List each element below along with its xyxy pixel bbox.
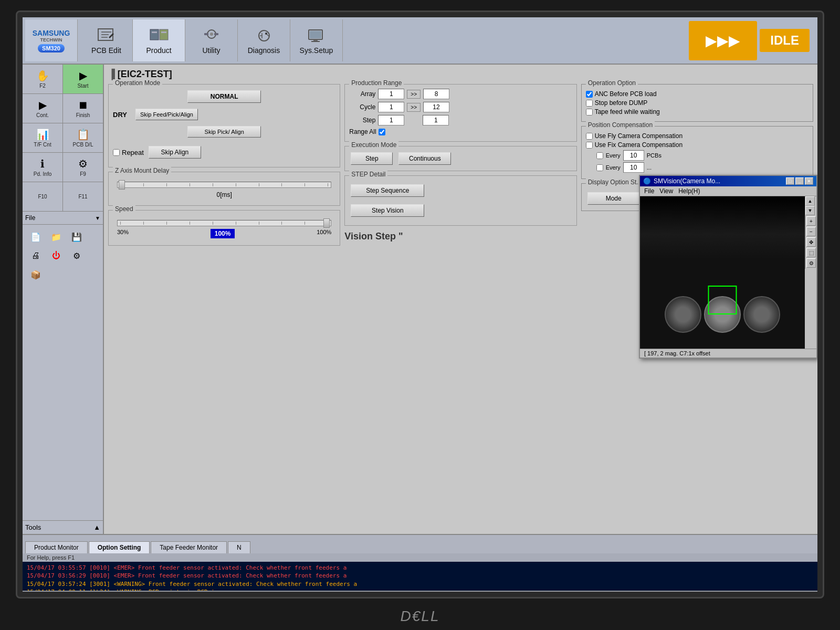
repeat-checkbox[interactable]	[113, 149, 120, 156]
settings-button[interactable]: ⚙	[67, 247, 86, 264]
smvision-menu-view[interactable]: View	[659, 187, 673, 195]
f9-button[interactable]: ⚙ F9	[63, 153, 103, 182]
tool-select[interactable]: ⬚	[806, 248, 816, 257]
every1-row: Every PCBs	[596, 150, 808, 161]
normal-button[interactable]: NORMAL	[187, 90, 261, 103]
pcb-edit-button[interactable]: PCB Edit	[80, 19, 133, 61]
every1-checkbox[interactable]	[596, 152, 603, 159]
range-all-label: Range All	[349, 128, 376, 135]
tools-arrow: ▲	[93, 523, 100, 531]
new-file-button[interactable]: 📄	[26, 228, 45, 245]
diagnosis-icon	[254, 27, 275, 45]
z-axis-slider-thumb[interactable]	[119, 180, 125, 190]
start-button[interactable]: ▶ Start	[63, 65, 103, 93]
f2-button[interactable]: ✋ F2	[23, 65, 63, 93]
tab-n[interactable]: N	[228, 541, 250, 553]
skip-align-button[interactable]: Skip Align	[149, 146, 201, 159]
cycle-arrow: >>	[407, 103, 421, 112]
utility-button[interactable]: Utility	[185, 19, 238, 61]
scroll-down-button[interactable]: ▼	[805, 206, 815, 215]
diagnosis-button[interactable]: Diagnosis	[238, 19, 290, 61]
f10-button[interactable]: F10	[23, 182, 63, 211]
dell-logo: D€LL	[401, 608, 440, 625]
z-axis-slider-dots	[118, 182, 331, 187]
idle-status: IDLE	[760, 29, 810, 52]
extra-button[interactable]: 📦	[26, 266, 45, 283]
tool-zoom-out[interactable]: −	[806, 227, 816, 236]
array-from-input[interactable]	[378, 89, 404, 99]
smvision-menu-help[interactable]: Help(H)	[678, 187, 700, 195]
continuous-button[interactable]: Continuous	[398, 152, 451, 165]
speed-title: Speed	[113, 205, 135, 213]
speed-slider-container: 30% 100% 100%	[113, 215, 335, 241]
f7-button[interactable]: 📋 PCB D/L	[63, 123, 103, 152]
smvision-minimize[interactable]: □	[786, 177, 794, 185]
cycle-from-input[interactable]	[378, 102, 404, 112]
smvision-close[interactable]: ×	[805, 177, 813, 185]
f8-icon: ℹ	[40, 158, 45, 170]
sys-setup-button[interactable]: Sys.Setup	[290, 19, 343, 61]
smvision-scrollbar: ▲ ▼	[805, 196, 814, 215]
step-from-input[interactable]	[378, 115, 404, 125]
step-exec-button[interactable]: Step	[351, 152, 393, 165]
range-all-checkbox[interactable]	[379, 129, 385, 135]
log2-code: [0010] <EMER>	[89, 572, 138, 579]
every1-input[interactable]	[623, 150, 644, 161]
fix-camera-checkbox[interactable]	[586, 142, 593, 149]
sys-setup-icon	[306, 27, 327, 45]
f5-button[interactable]: ⏹ Finish	[63, 94, 103, 123]
operation-option-title: Operation Option	[586, 79, 638, 87]
h-status-bar: H1 Empty H2 Empty H3 Empty H4 Empty H5	[23, 591, 817, 592]
every2-input[interactable]	[623, 162, 644, 173]
z-axis-value: 0[ms]	[216, 191, 232, 198]
stop-checkbox[interactable]	[586, 100, 593, 107]
every2-checkbox[interactable]	[596, 164, 603, 171]
step-sequence-button[interactable]: Step Sequence	[351, 184, 424, 197]
f6-button[interactable]: 📊 T/F Cnt	[23, 123, 63, 152]
log4-time: 15/04/17 04:00:11	[27, 589, 89, 591]
fix-camera-label: Use Fix Camera Compensation	[595, 141, 682, 149]
skip-feed-button[interactable]: Skip Feed/Pick/Align	[135, 109, 198, 120]
scroll-up-button[interactable]: ▲	[805, 196, 815, 206]
pcbs-label: PCBs	[647, 152, 662, 159]
speed-current: 100%	[211, 229, 235, 238]
f7-icon: 📋	[77, 128, 90, 141]
mode-button[interactable]: Mode	[587, 192, 640, 205]
smvision-restore[interactable]: _	[795, 177, 804, 185]
anc-checkbox[interactable]	[586, 91, 593, 98]
tab-product-monitor[interactable]: Product Monitor	[25, 541, 88, 553]
speed-slider-thumb[interactable]	[323, 218, 330, 228]
open-file-button[interactable]: 📁	[47, 228, 65, 245]
power-button[interactable]: ⏻	[47, 247, 65, 264]
smvision-icon: 🔵	[643, 177, 651, 185]
cycle-to-input[interactable]	[423, 102, 449, 112]
skip-pick-button[interactable]: Skip Pick/ Align	[187, 126, 261, 138]
smvision-menu-file[interactable]: File	[644, 187, 654, 195]
tool-move[interactable]: ✥	[806, 237, 816, 247]
tab-tape-feeder[interactable]: Tape Feeder Monitor	[151, 541, 227, 553]
f4-button[interactable]: ▶ Cont.	[23, 94, 63, 123]
tool-zoom-in[interactable]: +	[806, 216, 816, 226]
sys-setup-label: Sys.Setup	[300, 46, 333, 55]
product-button[interactable]: Product	[133, 19, 185, 61]
f11-button[interactable]: F11	[63, 182, 103, 211]
f8-button[interactable]: ℹ Pd. Info	[23, 153, 63, 182]
tape-checkbox[interactable]	[586, 109, 593, 116]
z-axis-title: Z Axis Mount Delay	[113, 167, 171, 174]
camera-green-rect	[708, 286, 737, 314]
log3-time: 15/04/17 03:57:24	[27, 581, 89, 587]
fly-camera-checkbox[interactable]	[586, 133, 593, 140]
array-to-input[interactable]	[423, 89, 449, 99]
dry-row: DRY Skip Feed/Pick/Align	[113, 107, 335, 122]
toolbar: SAMSUNG TECHWIN SM320 PCB Edit	[23, 17, 817, 65]
print-button[interactable]: 🖨	[26, 247, 45, 264]
z-axis-slider-container: 0[ms]	[113, 176, 335, 201]
step-to-input[interactable]	[423, 115, 449, 125]
step-vision-button[interactable]: Step Vision	[351, 204, 424, 217]
run-button[interactable]: ▶▶▶	[689, 21, 757, 60]
tab-option-setting[interactable]: Option Setting	[89, 541, 150, 553]
tool-settings[interactable]: ⚙	[806, 258, 816, 268]
f6-icon: 📊	[36, 128, 49, 141]
save-file-button[interactable]: 💾	[67, 228, 86, 245]
stop-check: Stop before DUMP	[586, 99, 808, 107]
